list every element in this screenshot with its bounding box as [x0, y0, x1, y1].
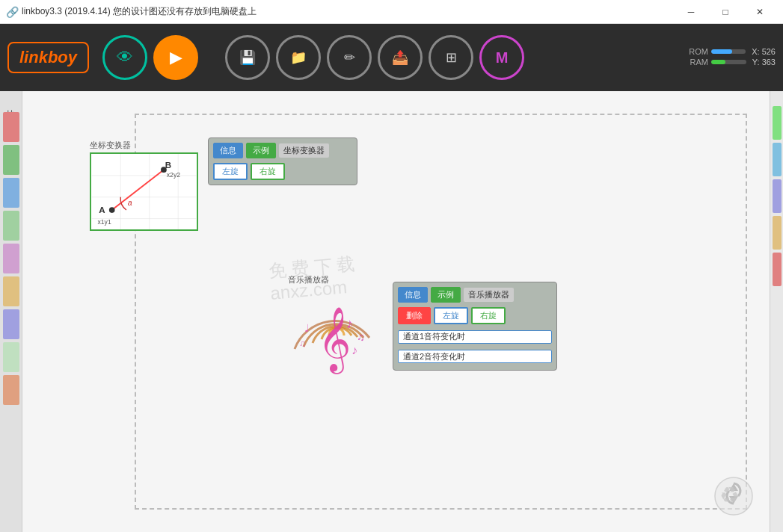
- svg-text:a: a: [128, 198, 132, 207]
- svg-text:♪: ♪: [346, 316, 353, 331]
- sidebar-color-yellow[interactable]: [3, 276, 19, 306]
- music-example-tab[interactable]: 示例: [431, 287, 461, 303]
- play-button[interactable]: ▶: [153, 35, 198, 80]
- grid-button[interactable]: ⊞: [429, 35, 473, 80]
- coord-panel-buttons: 左旋 右旋: [213, 163, 352, 180]
- sidebar-color-red[interactable]: [3, 112, 19, 142]
- export-icon: 📤: [392, 49, 408, 66]
- svg-text:x1y1: x1y1: [97, 218, 111, 226]
- sidebar-color-purple[interactable]: [3, 244, 19, 273]
- svg-text:♻: ♻: [719, 483, 740, 507]
- save-button[interactable]: 💾: [225, 35, 270, 80]
- coord-box[interactable]: A B x2y2 a x1y1: [90, 152, 198, 231]
- sidebar-label: 块: [4, 99, 18, 105]
- close-button[interactable]: ✕: [743, 0, 777, 24]
- eye-icon: 👁: [117, 48, 133, 67]
- coord-left-button[interactable]: 左旋: [213, 163, 248, 180]
- coord-x: X: 526: [752, 47, 776, 56]
- sidebar-right: [770, 91, 783, 532]
- svg-line-6: [112, 170, 164, 210]
- music-block: 音乐播放器 𝄞 ♪ ♫ ♪ ♩ ♫: [288, 274, 385, 384]
- right-color-blue[interactable]: [773, 143, 782, 176]
- ram-label: RAM: [686, 58, 708, 66]
- recycle-bin[interactable]: ♻: [713, 476, 755, 517]
- eye-button[interactable]: 👁: [102, 35, 147, 80]
- toolbar: linkboy 👁 ▶ 💾 📁 ✏ 📤 ⊞ M ROM X: 526 RAM: [0, 24, 783, 91]
- music-event2-input[interactable]: [398, 350, 552, 363]
- save-icon: 💾: [239, 49, 256, 66]
- right-color-green[interactable]: [773, 106, 782, 140]
- edit-button[interactable]: ✏: [327, 35, 372, 80]
- music-block-label: 音乐播放器: [288, 274, 385, 285]
- right-color-indigo[interactable]: [773, 179, 782, 213]
- music-info-tab[interactable]: 信息: [398, 287, 428, 303]
- rom-bar: [711, 49, 746, 54]
- coord-example-tab[interactable]: 示例: [246, 143, 276, 158]
- sidebar-color-orange[interactable]: [3, 375, 19, 405]
- music-delete-button[interactable]: 删除: [398, 307, 431, 324]
- coord-panel-tabs: 信息 示例 坐标变换器: [213, 143, 352, 158]
- ram-bar-fill: [711, 60, 725, 64]
- right-color-yellow[interactable]: [773, 216, 782, 250]
- play-icon: ▶: [170, 48, 182, 67]
- sidebar-color-indigo[interactable]: [3, 309, 19, 339]
- right-color-red[interactable]: [773, 253, 782, 286]
- sidebar-color-mint[interactable]: [3, 342, 19, 372]
- coord-block: 坐标变换器 A: [90, 140, 198, 231]
- music-panel-buttons: 删除 左旋 右旋: [398, 307, 552, 324]
- music-left-button[interactable]: 左旋: [434, 307, 468, 324]
- music-event2-row: [398, 349, 552, 366]
- coord-right-button[interactable]: 右旋: [251, 163, 285, 180]
- music-icon-area[interactable]: 𝄞 ♪ ♫ ♪ ♩ ♫: [288, 287, 385, 384]
- music-event1-row: [398, 329, 552, 346]
- sidebar-left: 块: [0, 91, 22, 532]
- coord-y: Y: 363: [752, 58, 776, 66]
- svg-text:♫: ♫: [357, 331, 365, 343]
- rom-label: ROM: [686, 47, 708, 56]
- svg-text:♫: ♫: [299, 338, 306, 349]
- coord-info-tab[interactable]: 信息: [213, 143, 243, 158]
- sidebar-color-lightgreen[interactable]: [3, 211, 19, 241]
- app-icon: 🔗: [6, 6, 19, 18]
- svg-text:x2y2: x2y2: [167, 171, 180, 179]
- export-button[interactable]: 📤: [378, 35, 423, 80]
- svg-text:♪: ♪: [351, 344, 357, 356]
- coord-panel-title: 坐标变换器: [279, 143, 329, 158]
- music-panel-tabs: 信息 示例 音乐播放器: [398, 287, 552, 303]
- rom-bar-fill: [711, 49, 732, 54]
- title-bar: 🔗 linkboy3.3 (2019.4.14) 您的设计图还没有存放到电脑硬盘…: [0, 0, 783, 24]
- edit-icon: ✏: [344, 49, 355, 66]
- music-event1-input[interactable]: [398, 330, 552, 344]
- title-text: linkboy3.3 (2019.4.14) 您的设计图还没有存放到电脑硬盘上: [22, 5, 674, 18]
- minimize-button[interactable]: ─: [674, 0, 708, 24]
- sidebar-color-green[interactable]: [3, 145, 19, 175]
- svg-text:♩: ♩: [304, 322, 310, 334]
- svg-point-7: [109, 207, 115, 213]
- svg-text:B: B: [165, 161, 171, 170]
- ram-bar: [711, 60, 746, 64]
- logo: linkboy: [7, 42, 89, 73]
- music-panel-title: 音乐播放器: [464, 288, 514, 302]
- sidebar-color-blue[interactable]: [3, 178, 19, 208]
- music-right-button[interactable]: 右旋: [471, 307, 506, 324]
- music-info-panel: 信息 示例 音乐播放器 删除 左旋 右旋: [393, 282, 557, 371]
- window-controls: ─ □ ✕: [674, 0, 777, 24]
- coord-info-panel: 信息 示例 坐标变换器 左旋 右旋: [208, 137, 357, 185]
- mail-icon: M: [496, 49, 509, 66]
- grid-icon: ⊞: [446, 49, 457, 66]
- folder-icon: 📁: [290, 49, 307, 66]
- folder-button[interactable]: 📁: [276, 35, 321, 80]
- mail-button[interactable]: M: [479, 35, 524, 80]
- main-area: 块 免 费 下 载anxz.com 坐标变换器: [0, 91, 783, 532]
- svg-text:A: A: [99, 205, 105, 214]
- status-panel: ROM X: 526 RAM Y: 363: [686, 47, 776, 68]
- canvas-area[interactable]: 免 费 下 载anxz.com 坐标变换器: [22, 91, 770, 532]
- coord-block-label: 坐标变换器: [90, 140, 198, 151]
- maximize-button[interactable]: □: [708, 0, 743, 24]
